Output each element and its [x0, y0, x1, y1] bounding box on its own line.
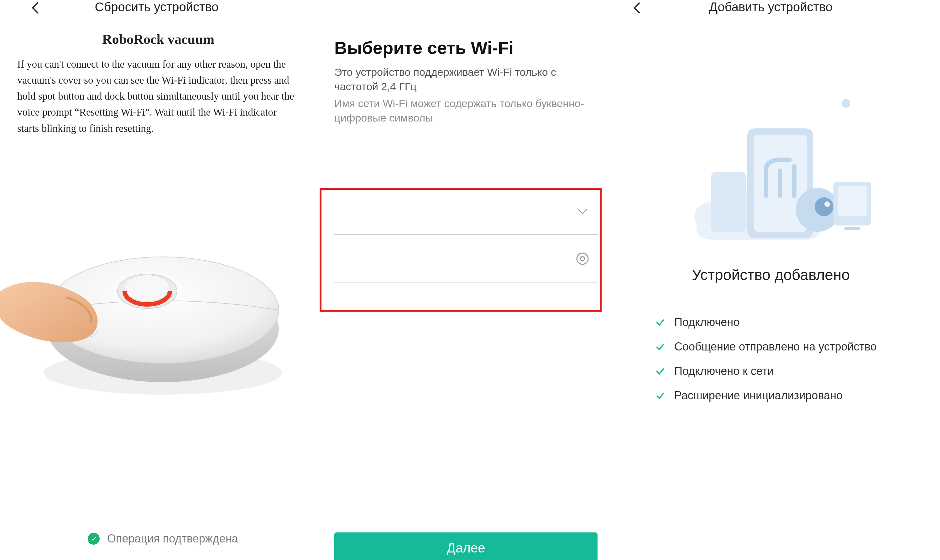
svg-point-13: [815, 197, 834, 216]
device-added-heading: Устройство добавлено: [630, 266, 912, 283]
vacuum-illustration: [0, 197, 310, 414]
step-label: Расширение инициализировано: [674, 389, 843, 402]
check-icon: [655, 317, 666, 328]
svg-rect-16: [838, 186, 867, 216]
wifi-ssid-input[interactable]: [342, 205, 575, 218]
panel3-header: Добавить устройство: [630, 0, 912, 22]
list-item: Подключено к сети: [655, 359, 912, 383]
wifi-select-title: Выберите сеть Wi-Fi: [334, 38, 513, 58]
eye-icon[interactable]: [575, 251, 590, 266]
panel1-header: Сбросить устройство: [28, 0, 285, 11]
panel1-title: Сбросить устройство: [28, 0, 285, 14]
svg-point-8: [841, 99, 851, 108]
svg-point-4: [125, 275, 170, 301]
next-button[interactable]: Далее: [334, 532, 598, 560]
operation-confirmed-label: Операция подтверждена: [107, 532, 238, 545]
svg-point-6: [577, 253, 588, 265]
svg-rect-17: [844, 227, 860, 230]
reset-instructions: If you can't connect to the vacuum for a…: [17, 56, 299, 137]
devices-illustration: [686, 91, 874, 254]
step-label: Сообщение отправлено на устройство: [674, 340, 877, 353]
wifi-password-input[interactable]: [342, 252, 575, 265]
wifi-name-note: Имя сети Wi-Fi может содержать только бу…: [334, 97, 588, 125]
svg-point-14: [824, 202, 830, 207]
list-item: Подключено: [655, 310, 912, 334]
svg-rect-9: [711, 172, 746, 232]
wifi-freq-note: Это устройство поддерживает Wi-Fi только…: [334, 65, 588, 94]
check-icon: [655, 390, 666, 401]
setup-steps-list: Подключено Сообщение отправлено на устро…: [655, 310, 912, 408]
check-icon: [655, 366, 666, 377]
check-icon: [655, 342, 666, 352]
svg-point-7: [581, 257, 585, 261]
step-label: Подключено к сети: [674, 365, 774, 378]
next-button-label: Далее: [447, 541, 485, 555]
panel3-title: Добавить устройство: [630, 0, 912, 14]
list-item: Расширение инициализировано: [655, 383, 912, 408]
wifi-ssid-field[interactable]: [334, 188, 598, 235]
check-badge-icon: [88, 533, 100, 545]
step-label: Подключено: [674, 316, 740, 329]
wifi-password-field[interactable]: [334, 235, 598, 283]
list-item: Сообщение отправлено на устройство: [655, 334, 912, 359]
operation-confirmed-status: Операция подтверждена: [88, 529, 307, 548]
device-name-heading: RoboRock vacuum: [17, 31, 299, 47]
chevron-down-icon[interactable]: [575, 203, 590, 218]
